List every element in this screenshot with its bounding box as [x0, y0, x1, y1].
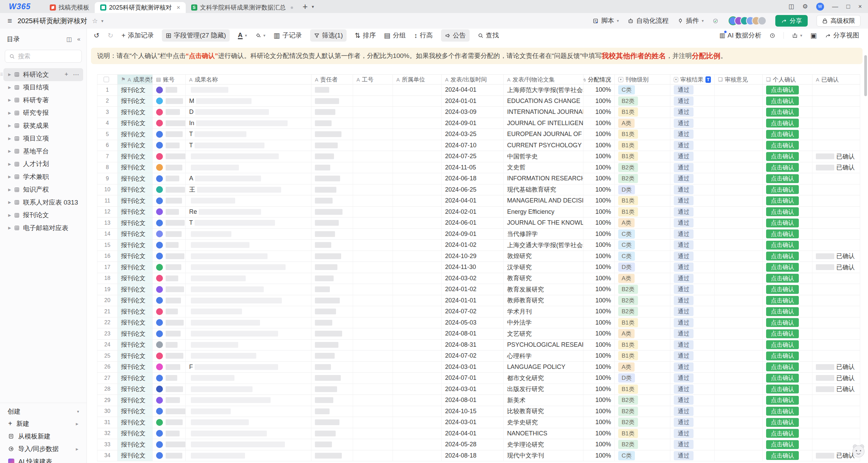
cell-level[interactable]: B1类 — [615, 384, 670, 395]
cell-unit[interactable] — [393, 284, 442, 295]
confirm-button[interactable]: 点击确认 — [766, 451, 799, 460]
cell-employee-id[interactable] — [353, 218, 393, 229]
cell-percent[interactable]: 100% — [583, 384, 615, 395]
confirm-button[interactable]: 点击确认 — [766, 263, 799, 272]
expand-triangle-icon[interactable]: ▶ — [8, 200, 11, 205]
cell-account[interactable] — [153, 207, 186, 218]
confirm-button[interactable]: 点击确认 — [766, 385, 799, 393]
cell-account[interactable] — [153, 395, 186, 406]
table-row[interactable]: 23 报刊论文 2024-08-01 文艺研究 100% A类 通过 点击确认 — [97, 328, 868, 340]
cell-review-opinion[interactable] — [715, 295, 763, 307]
minimize-button[interactable]: — — [832, 3, 838, 10]
cell-level[interactable]: C类 — [615, 85, 670, 96]
cell-publish-date[interactable]: 2024-04-01 — [442, 195, 504, 207]
cell-level[interactable]: A类 — [615, 362, 670, 373]
cell-result-name[interactable] — [186, 284, 311, 295]
cell-level[interactable]: B2类 — [615, 96, 670, 107]
table-row[interactable]: 19 报刊论文 2024-01-02 教育发展研究 100% B2类 通过 点击… — [97, 284, 868, 295]
cell-review-opinion[interactable] — [715, 129, 763, 140]
sidebar-item[interactable]: ▶ 知识产权 — [3, 183, 83, 196]
confirm-button[interactable]: 点击确认 — [766, 229, 799, 238]
cell-level[interactable]: C类 — [615, 229, 670, 240]
cell-review-result[interactable]: 通过 — [670, 306, 715, 317]
cell-publish-date[interactable]: 2024-04-01 — [442, 85, 504, 96]
cell-unit[interactable] — [393, 428, 442, 439]
cell-percent[interactable]: 100% — [583, 140, 615, 151]
cell-result-type[interactable]: 报刊论文 — [118, 229, 153, 240]
cell-review-opinion[interactable] — [715, 262, 763, 273]
cell-result-type[interactable]: 报刊论文 — [118, 295, 153, 307]
cell-review-opinion[interactable] — [715, 162, 763, 174]
cell-journal[interactable]: 文史哲 — [504, 162, 583, 174]
cell-level[interactable]: B1类 — [615, 107, 670, 118]
cell-review-result[interactable]: 通过 — [670, 395, 715, 406]
table-row[interactable]: 33 报刊论文 2024-05-28 史学理论研究 100% B2类 通过 点击… — [97, 439, 868, 450]
cell-personal-confirm[interactable]: 点击确认 — [763, 395, 812, 406]
title-chevron-icon[interactable]: ▾ — [101, 18, 104, 24]
table-row[interactable]: 17 报刊论文 2024-11-30 汉学研究 100% D类 通过 点击确认 … — [97, 262, 868, 273]
select-all-checkbox[interactable] — [104, 77, 109, 82]
cell-percent[interactable]: 100% — [583, 284, 615, 295]
confirm-button[interactable]: 点击确认 — [766, 96, 799, 105]
table-row[interactable]: 30 报刊论文 2024-10-15 比较教育研究 100% B2类 通过 点击… — [97, 406, 868, 417]
cell-result-name[interactable]: 王 — [186, 184, 311, 196]
cell-journal[interactable]: CURRENT PSYCHOLOGY — [504, 140, 583, 151]
cell-percent[interactable]: 100% — [583, 273, 615, 284]
cell-account[interactable] — [153, 295, 186, 307]
cell-confirmed[interactable]: 已确认 — [812, 251, 860, 262]
confirm-button[interactable]: 点击确认 — [766, 396, 799, 405]
cell-level[interactable]: B2类 — [615, 417, 670, 428]
cell-account[interactable] — [153, 129, 186, 140]
expand-triangle-icon[interactable]: ▶ — [8, 111, 11, 115]
browser-tab[interactable]: 2025科研贡献测评核对× — [95, 2, 186, 13]
cell-review-result[interactable]: 通过 — [670, 173, 715, 184]
cell-unit[interactable] — [393, 85, 442, 96]
table-row[interactable]: 10 报刊论文 王 2024-06-25 现代基础教育研究 100% D类 通过… — [97, 184, 868, 196]
cell-journal[interactable]: PSYCHOLOGICAL RESEARCH-PS... — [504, 340, 583, 351]
cell-unit[interactable] — [393, 395, 442, 406]
add-record-button[interactable]: +添加记录 — [122, 31, 154, 40]
cell-percent[interactable]: 100% — [583, 417, 615, 428]
cell-review-opinion[interactable] — [715, 328, 763, 340]
cell-result-type[interactable]: 报刊论文 — [118, 207, 153, 218]
cell-review-result[interactable]: 通过 — [670, 417, 715, 428]
cell-employee-id[interactable] — [353, 85, 393, 96]
cell-publish-date[interactable]: 2024-11-30 — [442, 262, 504, 273]
cell-percent[interactable]: 100% — [583, 162, 615, 174]
cell-confirmed[interactable] — [812, 173, 860, 184]
cell-owner[interactable] — [311, 439, 353, 450]
cell-publish-date[interactable]: 2024-07-02 — [442, 350, 504, 362]
cell-review-opinion[interactable] — [715, 417, 763, 428]
cell-percent[interactable]: 100% — [583, 373, 615, 384]
cell-confirmed[interactable] — [812, 229, 860, 240]
cell-level[interactable]: B1类 — [615, 350, 670, 362]
cell-employee-id[interactable] — [353, 328, 393, 340]
cell-journal[interactable]: 史学理论研究 — [504, 439, 583, 450]
cell-result-name[interactable] — [186, 384, 311, 395]
cell-result-name[interactable] — [186, 151, 311, 162]
layout-panel-icon[interactable]: ◫ — [788, 3, 794, 10]
cell-review-result[interactable]: 通过 — [670, 317, 715, 329]
expand-triangle-icon[interactable]: ▶ — [8, 98, 11, 102]
cell-percent[interactable]: 100% — [583, 317, 615, 329]
browser-tab[interactable]: 文科学院科研成果测评数据汇总 — [186, 2, 299, 13]
cell-account[interactable] — [153, 240, 186, 251]
cell-confirmed[interactable] — [812, 306, 860, 317]
ai-analysis-button[interactable]: ▥AI 数据分析 — [719, 31, 761, 40]
cell-percent[interactable]: 100% — [583, 450, 615, 462]
cell-owner[interactable] — [311, 328, 353, 340]
cell-unit[interactable] — [393, 140, 442, 151]
cell-owner[interactable] — [311, 450, 353, 462]
cell-account[interactable] — [153, 262, 186, 273]
confirm-button[interactable]: 点击确认 — [766, 296, 799, 305]
cell-review-opinion[interactable] — [715, 284, 763, 295]
cell-journal[interactable]: 汉学研究 — [504, 262, 583, 273]
cell-confirmed[interactable] — [812, 184, 860, 196]
confirm-button[interactable]: 点击确认 — [766, 440, 799, 449]
cell-journal[interactable]: 新美术 — [504, 395, 583, 406]
maximize-button[interactable]: □ — [847, 3, 850, 10]
cell-result-type[interactable]: 报刊论文 — [118, 439, 153, 450]
cell-confirmed[interactable] — [812, 218, 860, 229]
table-row[interactable]: 21 报刊论文 2024-07-02 学术月刊 100% B2类 通过 点击确认 — [97, 306, 868, 317]
cell-result-type[interactable]: 报刊论文 — [118, 340, 153, 351]
